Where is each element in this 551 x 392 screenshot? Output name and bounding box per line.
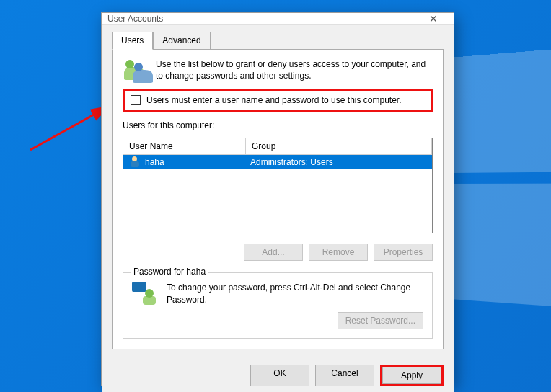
row-group: Administrators; Users xyxy=(250,157,426,167)
close-icon[interactable]: ✕ xyxy=(419,13,448,24)
dialog-footer: OK Cancel Apply xyxy=(102,357,454,392)
col-group[interactable]: Group xyxy=(246,138,432,155)
apply-highlight: Apply xyxy=(380,365,444,386)
table-row[interactable]: haha Administrators; Users xyxy=(123,155,432,169)
cancel-button[interactable]: Cancel xyxy=(315,365,374,386)
user-list[interactable]: User Name Group haha Administrators; Use… xyxy=(123,138,433,233)
tab-page-users: Use the list below to grant or deny user… xyxy=(112,49,444,349)
reset-password-button[interactable]: Reset Password... xyxy=(338,312,423,329)
intro-row: Use the list below to grant or deny user… xyxy=(123,58,433,81)
titlebar: User Accounts ✕ xyxy=(102,13,454,25)
tab-strip: Users Advanced xyxy=(112,31,444,49)
password-text: To change your password, press Ctrl-Alt-… xyxy=(167,282,423,305)
row-username: haha xyxy=(145,157,164,167)
users-icon xyxy=(123,58,147,81)
remove-button[interactable]: Remove xyxy=(309,244,368,261)
ok-button[interactable]: OK xyxy=(250,365,309,386)
user-icon xyxy=(129,156,141,168)
require-login-highlight: Users must enter a user name and passwor… xyxy=(123,89,433,112)
password-legend: Password for haha xyxy=(131,267,208,277)
password-icon xyxy=(132,282,158,306)
user-accounts-dialog: User Accounts ✕ Users Advanced Use the l… xyxy=(101,12,454,386)
window-title: User Accounts xyxy=(107,14,419,24)
apply-button[interactable]: Apply xyxy=(382,367,441,384)
dialog-body: Users Advanced Use the list below to gra… xyxy=(102,25,454,357)
password-groupbox: Password for haha To change your passwor… xyxy=(123,272,433,339)
col-username[interactable]: User Name xyxy=(123,138,246,155)
require-login-checkbox[interactable] xyxy=(131,95,141,105)
user-list-label: Users for this computer: xyxy=(123,120,433,130)
user-list-buttons: Add... Remove Properties xyxy=(123,244,433,261)
svg-line-0 xyxy=(30,107,108,150)
tab-advanced[interactable]: Advanced xyxy=(153,32,210,50)
tab-users[interactable]: Users xyxy=(112,32,153,50)
user-list-header: User Name Group xyxy=(123,138,432,155)
add-button[interactable]: Add... xyxy=(244,244,303,261)
intro-text: Use the list below to grant or deny user… xyxy=(156,58,433,81)
require-login-label: Users must enter a user name and passwor… xyxy=(146,95,402,105)
properties-button[interactable]: Properties xyxy=(374,244,433,261)
